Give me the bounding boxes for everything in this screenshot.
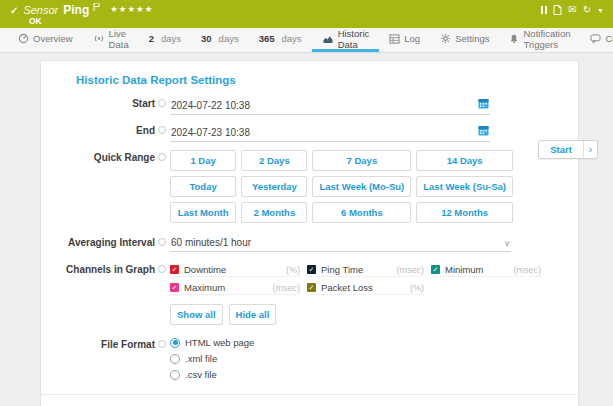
quick-range-12-months[interactable]: 12 Months	[416, 202, 513, 223]
prtg-sensor-page: ✓ Sensor Ping ★★★★★ OK ✉ ↻ ▼ Overview Li…	[0, 0, 613, 406]
info-icon[interactable]	[158, 340, 166, 348]
radio-label[interactable]: .xml file	[185, 353, 217, 364]
quick-range-today[interactable]: Today	[170, 176, 236, 197]
quick-range-last-week-su-sa[interactable]: Last Week (Su-Sa)	[416, 176, 513, 197]
chevron-down-icon: ∨	[504, 239, 510, 248]
info-icon[interactable]	[158, 99, 166, 107]
tab-bar: Overview Live Data 2 days 30 days 365 da…	[0, 28, 613, 53]
quick-range-buttons: 1 Day 2 Days 7 Days 14 Days Today Yester…	[170, 150, 513, 223]
tab-label: Historic Data	[338, 28, 370, 50]
caret-down-icon[interactable]: ▼	[597, 5, 604, 15]
section-divider	[41, 394, 578, 395]
sensor-kind-label: Sensor	[23, 4, 58, 16]
start-datetime-input[interactable]: 2024-07-22 10:38	[170, 96, 490, 115]
log-icon	[389, 34, 400, 44]
tab-notification-triggers[interactable]: Notification Triggers	[499, 28, 580, 52]
calendar-icon[interactable]	[478, 125, 489, 138]
radio-xml-file[interactable]: .xml file	[170, 353, 254, 364]
tab-comments[interactable]: Comments	[580, 28, 613, 52]
checkbox-packet-loss[interactable]: ✓	[307, 283, 316, 292]
info-icon[interactable]	[158, 238, 166, 246]
tab-label-number: 30	[201, 33, 212, 44]
file-format-label: File Format	[101, 339, 155, 350]
tab-live-data[interactable]: Live Data	[83, 28, 139, 52]
hide-all-button[interactable]: Hide all	[229, 304, 277, 325]
historic-data-icon	[322, 34, 334, 44]
sensor-header: ✓ Sensor Ping ★★★★★ OK ✉ ↻ ▼	[0, 0, 613, 28]
averaging-interval-row: Averaging Interval 60 minutes/1 hour ∨	[41, 235, 578, 252]
quick-range-2-months[interactable]: 2 Months	[241, 202, 307, 223]
quick-range-last-week-mo-su[interactable]: Last Week (Mo-Su)	[312, 176, 411, 197]
tab-label-number: 365	[259, 33, 275, 44]
pause-icon[interactable]	[541, 5, 547, 15]
checkbox-ping-time[interactable]: ✓	[307, 265, 316, 274]
channel-unit: (msec)	[273, 283, 301, 293]
channel-unit: (%)	[286, 265, 300, 275]
radio-label[interactable]: HTML web page	[185, 337, 254, 348]
averaging-interval-select[interactable]: 60 minutes/1 hour ∨	[170, 235, 511, 252]
channel-name: Downtime	[184, 264, 226, 275]
tab-30-days[interactable]: 30 days	[191, 28, 249, 52]
info-icon[interactable]	[158, 153, 166, 161]
radio-label[interactable]: .csv file	[185, 369, 217, 380]
start-options-chevron[interactable]: ›	[583, 141, 597, 158]
radio-button[interactable]	[170, 354, 180, 364]
channels-row: Channels in Graph ✓ Downtime (%) ✓ Ping …	[41, 262, 578, 325]
channel-name: Minimum	[445, 264, 484, 275]
tab-log[interactable]: Log	[379, 28, 430, 52]
tab-label: days	[161, 33, 181, 44]
sensor-title: ✓ Sensor Ping ★★★★★	[10, 3, 153, 17]
priority-stars[interactable]: ★★★★★	[110, 4, 153, 14]
quick-range-7-days[interactable]: 7 Days	[312, 150, 411, 171]
section-title-historic: Historic Data Report Settings	[76, 74, 578, 86]
tab-settings[interactable]: Settings	[430, 28, 499, 52]
end-label: End	[136, 125, 155, 136]
info-icon[interactable]	[158, 265, 166, 273]
info-icon[interactable]	[158, 126, 166, 134]
radio-html-web-page[interactable]: HTML web page	[170, 337, 254, 348]
tab-label: Notification Triggers	[523, 28, 570, 50]
tab-365-days[interactable]: 365 days	[249, 28, 312, 52]
start-report-button[interactable]: Start	[539, 141, 583, 158]
tab-historic-data[interactable]: Historic Data	[312, 28, 380, 52]
tab-2-days[interactable]: 2 days	[139, 28, 191, 52]
quick-range-2-days[interactable]: 2 Days	[241, 150, 307, 171]
radio-button[interactable]	[170, 338, 180, 348]
end-row: End 2024-07-23 10:38	[41, 123, 578, 142]
checkbox-maximum[interactable]: ✓	[170, 283, 179, 292]
sensor-status-badge: OK	[29, 16, 42, 26]
end-datetime-input[interactable]: 2024-07-23 10:38	[170, 123, 490, 142]
quick-range-yesterday[interactable]: Yesterday	[241, 176, 307, 197]
report-icon[interactable]	[553, 5, 562, 15]
settings-icon	[440, 33, 451, 44]
tab-label: Log	[404, 33, 420, 44]
channel-unit: (%)	[410, 283, 424, 293]
channel-maximum: ✓ Maximum (msec)	[170, 282, 300, 295]
quick-range-row: Quick Range 1 Day 2 Days 7 Days 14 Days …	[41, 150, 578, 223]
comments-icon	[590, 34, 601, 44]
sensor-name: Ping	[63, 3, 89, 17]
refresh-icon[interactable]: ↻	[583, 5, 591, 15]
radio-button[interactable]	[170, 370, 180, 380]
header-toolbar: ✉ ↻ ▼	[541, 5, 604, 15]
quick-range-last-month[interactable]: Last Month	[170, 202, 236, 223]
tab-label: days	[219, 33, 239, 44]
priority-flag-icon	[93, 1, 100, 13]
checkbox-minimum[interactable]: ✓	[431, 265, 440, 274]
show-all-button[interactable]: Show all	[170, 304, 223, 325]
quick-range-14-days[interactable]: 14 Days	[416, 150, 513, 171]
tab-label: Comments	[605, 33, 613, 44]
channel-checkbox-grid: ✓ Downtime (%) ✓ Ping Time (msec) ✓ Mini…	[170, 264, 542, 295]
quick-range-6-months[interactable]: 6 Months	[312, 202, 411, 223]
channel-ping-time: ✓ Ping Time (msec)	[307, 264, 424, 277]
email-icon[interactable]: ✉	[568, 5, 576, 15]
radio-csv-file[interactable]: .csv file	[170, 369, 254, 380]
averaging-interval-value: 60 minutes/1 hour	[171, 237, 251, 248]
checkbox-downtime[interactable]: ✓	[170, 265, 179, 274]
channel-unit: (msec)	[514, 265, 542, 275]
tab-overview[interactable]: Overview	[8, 28, 83, 52]
quick-range-1-day[interactable]: 1 Day	[170, 150, 236, 171]
calendar-icon[interactable]	[478, 98, 489, 111]
averaging-interval-label: Averaging Interval	[68, 237, 155, 248]
tab-label: Settings	[455, 33, 489, 44]
